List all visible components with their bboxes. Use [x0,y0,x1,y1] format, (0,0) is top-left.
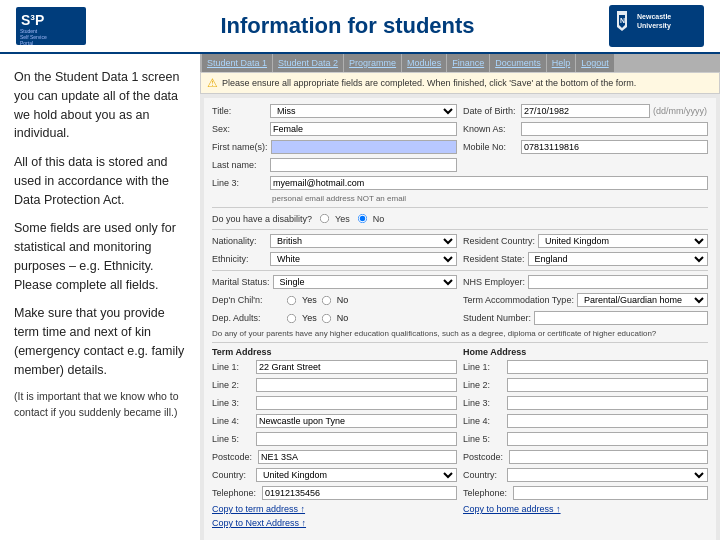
divider-4 [212,342,708,343]
resident-state-label: Resident State: [463,254,525,264]
disability-no[interactable]: No [356,212,385,225]
sex-input[interactable] [270,122,457,136]
nhs-input[interactable] [528,275,708,289]
dep-adults-no-radio[interactable] [322,313,331,322]
dependant-label: Dep'n Chil'n: [212,295,282,305]
lastname-input[interactable] [270,158,457,172]
dep-no-radio[interactable] [322,295,331,304]
home-line2-row: Line 2: [463,378,708,392]
term-line1-row: Line 1: [212,360,457,374]
dob-input[interactable] [521,104,650,118]
term-line5-input[interactable] [256,432,457,446]
tab-student-data-2[interactable]: Student Data 2 [273,54,343,72]
home-line4-input[interactable] [507,414,708,428]
home-line1-label: Line 1: [463,362,501,372]
dep-yes[interactable]: Yes [285,294,317,307]
tab-logout[interactable]: Logout [576,54,614,72]
home-country-select[interactable]: United Kingdom [507,468,708,482]
home-postcode-input[interactable] [509,450,708,464]
term-line1-input[interactable] [256,360,457,374]
left-small-note: (It is important that we know who to con… [14,389,186,421]
term-line3-label: Line 3: [212,398,250,408]
tab-programme[interactable]: Programme [344,54,401,72]
dep-no[interactable]: No [320,294,349,307]
mobile-label: Mobile No: [463,142,518,152]
home-line3-input[interactable] [507,396,708,410]
warning-icon: ⚠ [207,76,218,90]
term-telephone-row: Telephone: [212,486,457,500]
known-as-input[interactable] [521,122,708,136]
home-country-row: Country: United Kingdom [463,468,708,482]
tab-documents[interactable]: Documents [490,54,546,72]
term-postcode-input[interactable] [258,450,457,464]
form-row-dep-adults: Dep. Adults: Yes No Student Number: [212,311,708,325]
nationality-select[interactable]: British [270,234,457,248]
tab-finance[interactable]: Finance [447,54,489,72]
form-group-resident-state: Resident State: England [463,252,708,266]
copy-to-term-address-link[interactable]: Copy to term address ↑ [212,504,305,514]
disability-desc: Do any of your parents have any higher e… [212,329,708,338]
term-address-block: Term Address Line 1: Line 2: Line 3: [212,347,457,528]
tab-help[interactable]: Help [547,54,576,72]
form-row-lastname: Last name: [212,158,708,172]
home-line4-row: Line 4: [463,414,708,428]
s3p-logo-container: S³P Student Self Service Portal [16,7,86,45]
term-country-row: Country: United Kingdom [212,468,457,482]
disability-yes-radio[interactable] [320,214,329,223]
svg-text:Newcastle: Newcastle [637,13,671,20]
title-select[interactable]: Miss Mr Mrs Dr [270,104,457,118]
disability-no-radio[interactable] [358,214,367,223]
disability-question: Do you have a disability? [212,214,312,224]
mobile-input[interactable] [521,140,708,154]
firstname-input[interactable] [271,140,457,154]
term-line2-input[interactable] [256,378,457,392]
dep-adults-no[interactable]: No [320,312,349,325]
lastname-label: Last name: [212,160,267,170]
main-layout: On the Student Data 1 screen you can upd… [0,54,720,540]
resident-state-select[interactable]: England [528,252,708,266]
dep-adults-yes-radio[interactable] [287,313,296,322]
term-line3-input[interactable] [256,396,457,410]
term-country-label: Country: [212,470,250,480]
form-row-ethnicity: Ethnicity: White Resident State: England [212,252,708,266]
copy-to-next-address-link[interactable]: Copy to Next Address ↑ [212,518,306,528]
home-postcode-row: Postcode: [463,450,708,464]
disability-yes[interactable]: Yes [318,212,350,225]
dep-adults-yes[interactable]: Yes [285,312,317,325]
term-telephone-input[interactable] [262,486,457,500]
term-line4-row: Line 4: [212,414,457,428]
form-group-mobile: Mobile No: [463,140,708,154]
dep-yes-radio[interactable] [287,295,296,304]
email-note: personal email address NOT an email [272,194,406,203]
form-container: Title: Miss Mr Mrs Dr Date of Birth: (dd… [204,98,716,540]
home-telephone-input[interactable] [513,486,708,500]
marital-label: Marital Status: [212,277,270,287]
term-accom-select[interactable]: Parental/Guardian home [577,293,708,307]
home-line2-label: Line 2: [463,380,501,390]
home-postcode-label: Postcode: [463,452,503,462]
term-accom-label: Term Accommodation Type: [463,295,574,305]
form-group-firstname: First name(s): [212,140,457,154]
copy-to-home-address-link[interactable]: Copy to home address ↑ [463,504,561,514]
term-country-select[interactable]: United Kingdom [256,468,457,482]
student-number-input[interactable] [534,311,708,325]
term-line4-label: Line 4: [212,416,250,426]
left-panel: On the Student Data 1 screen you can upd… [0,54,200,540]
left-para-2: All of this data is stored and used in a… [14,153,186,209]
home-line1-input[interactable] [507,360,708,374]
term-line4-input[interactable] [256,414,457,428]
ethnicity-select[interactable]: White [270,252,457,266]
resident-country-select[interactable]: United Kingdom [538,234,708,248]
form-row-marital: Marital Status: Single NHS Employer: [212,275,708,289]
term-address-label: Term Address [212,347,457,357]
newcastle-logo-container: Newcastle University N [609,5,704,47]
tab-modules[interactable]: Modules [402,54,446,72]
email-input[interactable] [270,176,708,190]
tab-student-data-1[interactable]: Student Data 1 [202,54,272,72]
home-line5-input[interactable] [507,432,708,446]
marital-select[interactable]: Single [273,275,457,289]
home-line5-label: Line 5: [463,434,501,444]
home-line2-input[interactable] [507,378,708,392]
divider-3 [212,270,708,271]
term-line2-row: Line 2: [212,378,457,392]
